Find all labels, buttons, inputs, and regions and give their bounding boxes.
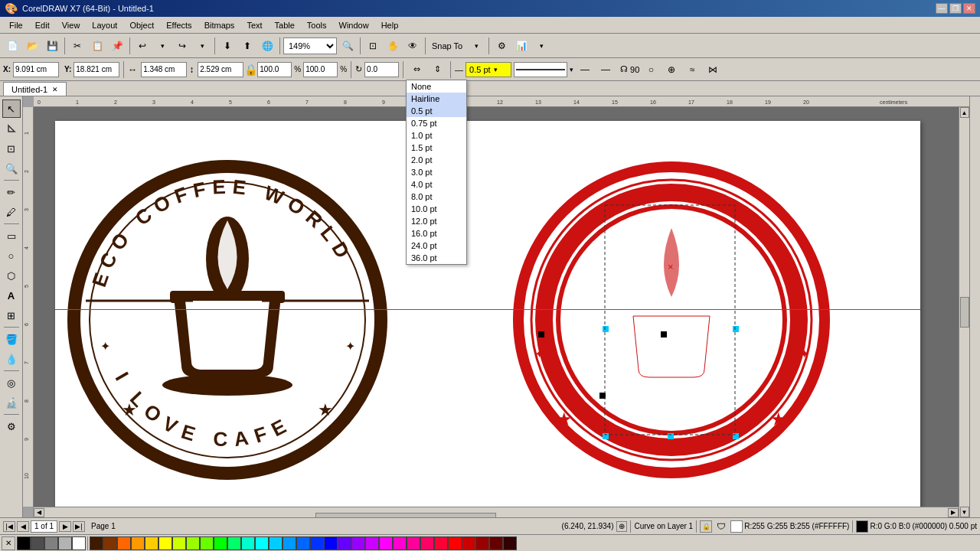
import-button[interactable]: ⬇ (218, 37, 237, 55)
next-page-btn[interactable]: ▶ (59, 521, 71, 532)
menu-bitmaps[interactable]: Bitmaps (198, 17, 241, 33)
color-brown1[interactable] (90, 536, 103, 550)
dd-8.0pt[interactable]: 8.0 pt (407, 191, 466, 203)
dd-10.0pt[interactable]: 10.0 pt (407, 203, 466, 215)
options-button2[interactable]: 📊 (512, 37, 531, 55)
polygon-tool[interactable]: ⬡ (2, 266, 21, 285)
undo-button[interactable]: ↩ (133, 37, 152, 55)
color-crimson[interactable] (434, 536, 448, 550)
redo-dropdown[interactable]: ▾ (193, 37, 211, 55)
text-tool[interactable]: A (2, 286, 21, 305)
h-scroll-thumb[interactable] (315, 513, 496, 518)
height-input[interactable] (198, 62, 243, 77)
dd-1.5pt[interactable]: 1.5 pt (407, 142, 466, 154)
color-purple2[interactable] (365, 536, 379, 550)
color-lime2[interactable] (186, 536, 200, 550)
publish-button[interactable]: 🌐 (258, 37, 276, 55)
shape-tool[interactable] (2, 119, 21, 138)
color-maroon1[interactable] (475, 536, 489, 550)
close-button[interactable]: ✕ (963, 3, 975, 14)
menu-effects[interactable]: Effects (160, 17, 198, 33)
extend-curve-button[interactable]: ⊕ (662, 60, 681, 79)
smart-draw-tool[interactable]: 🖊 (2, 203, 21, 221)
color-maroon2[interactable] (489, 536, 503, 550)
prev-page-btn[interactable]: ◀ (17, 521, 29, 532)
right-scrollbar[interactable]: ▲ ▼ (959, 107, 969, 517)
color-lime3[interactable] (200, 536, 214, 550)
color-brown2[interactable] (103, 536, 117, 550)
restore-button[interactable]: ❐ (949, 3, 962, 14)
mirror-h-button[interactable]: ⇔ (407, 60, 426, 79)
color-hotpink[interactable] (393, 536, 407, 550)
menu-table[interactable]: Table (269, 17, 301, 33)
dd-12.0pt[interactable]: 12.0 pt (407, 215, 466, 227)
color-lime1[interactable] (172, 536, 186, 550)
scale-y-input[interactable] (303, 62, 338, 77)
menu-view[interactable]: View (56, 17, 87, 33)
zoom-lock-btn[interactable]: ⊕ (616, 521, 627, 532)
dd-24.0pt[interactable]: 24.0 pt (407, 240, 466, 252)
dd-16.0pt[interactable]: 16.0 pt (407, 227, 466, 240)
color-red[interactable] (448, 536, 462, 550)
options-button1[interactable]: ⚙ (492, 37, 511, 55)
color-blue2[interactable] (310, 536, 324, 550)
y-input[interactable] (74, 62, 119, 77)
no-color-btn[interactable]: ✕ (2, 536, 15, 550)
canvas-container[interactable]: 0 1 2 3 4 5 6 7 8 9 10 11 12 13 14 15 16… (23, 96, 969, 517)
canvas-work[interactable]: ★ ★ ✦ ✦ ECO COFFEE WORLD (34, 107, 959, 507)
info-btn[interactable]: 🔒 (700, 520, 712, 533)
cut-button[interactable]: ✂ (68, 37, 87, 55)
lock-ratio-button[interactable]: 🔒 (246, 62, 255, 77)
tab-close-icon[interactable]: ✕ (52, 86, 58, 93)
last-page-btn[interactable]: ▶| (73, 521, 85, 532)
scroll-left-btn[interactable]: ◀ (34, 508, 44, 517)
color-rose2[interactable] (420, 536, 434, 550)
color-maroon3[interactable] (503, 536, 517, 550)
scroll-right-btn[interactable]: ▶ (948, 508, 959, 517)
menu-text[interactable]: Text (240, 17, 268, 33)
scroll-down-btn[interactable]: ▼ (960, 507, 969, 517)
zoom-select[interactable]: 149% (283, 37, 337, 54)
dd-1.0pt[interactable]: 1.0 pt (407, 129, 466, 142)
undo-dropdown[interactable]: ▾ (153, 37, 172, 55)
line-end-right[interactable]: — (596, 60, 615, 79)
tab-untitled1[interactable]: Untitled-1 ✕ (3, 82, 67, 96)
fill-color-swatch[interactable] (730, 520, 743, 533)
export-button[interactable]: ⬆ (238, 37, 256, 55)
color-yellow[interactable] (158, 536, 172, 550)
view-button[interactable]: 👁 (403, 37, 422, 55)
color-orange[interactable] (117, 536, 131, 550)
scroll-thumb[interactable] (960, 297, 969, 328)
dd-36.0pt[interactable]: 36.0 pt (407, 252, 466, 264)
menu-tools[interactable]: Tools (301, 17, 333, 33)
dd-none[interactable]: None (407, 80, 466, 93)
options-button3[interactable]: ▾ (532, 37, 550, 55)
mirror-v-button[interactable]: ⇕ (428, 60, 446, 79)
menu-file[interactable]: File (3, 17, 29, 33)
fill-tool[interactable]: 🪣 (2, 330, 21, 348)
dd-0.75pt[interactable]: 0.75 pt (407, 117, 466, 129)
fit-page-button[interactable]: ⊡ (364, 37, 382, 55)
smooth-button[interactable]: ≈ (683, 60, 701, 79)
rectangle-tool[interactable]: ▭ (2, 227, 21, 245)
menu-help[interactable]: Help (375, 17, 405, 33)
snap-dropdown[interactable]: ▾ (467, 37, 485, 55)
menu-object[interactable]: Object (123, 17, 160, 33)
color-blue1[interactable] (296, 536, 310, 550)
color-black[interactable] (17, 536, 31, 550)
line-thickness-button[interactable]: 0.5 pt ▾ (466, 62, 511, 77)
color-azure1[interactable] (269, 536, 283, 550)
ellipse-tool[interactable]: ○ (2, 246, 21, 265)
color-violet[interactable] (338, 536, 351, 550)
color-green[interactable] (214, 536, 227, 550)
color-azure2[interactable] (283, 536, 296, 550)
scroll-up-btn[interactable]: ▲ (960, 107, 969, 118)
crop-tool[interactable]: ⊡ (2, 139, 21, 158)
color-gray[interactable] (44, 536, 58, 550)
color-blue[interactable] (324, 536, 338, 550)
table-tool[interactable]: ⊞ (2, 306, 21, 324)
color-white[interactable] (72, 536, 86, 550)
dd-4.0pt[interactable]: 4.0 pt (407, 178, 466, 191)
security-icon[interactable]: 🛡 (715, 520, 727, 533)
minimize-button[interactable]: — (936, 3, 948, 14)
